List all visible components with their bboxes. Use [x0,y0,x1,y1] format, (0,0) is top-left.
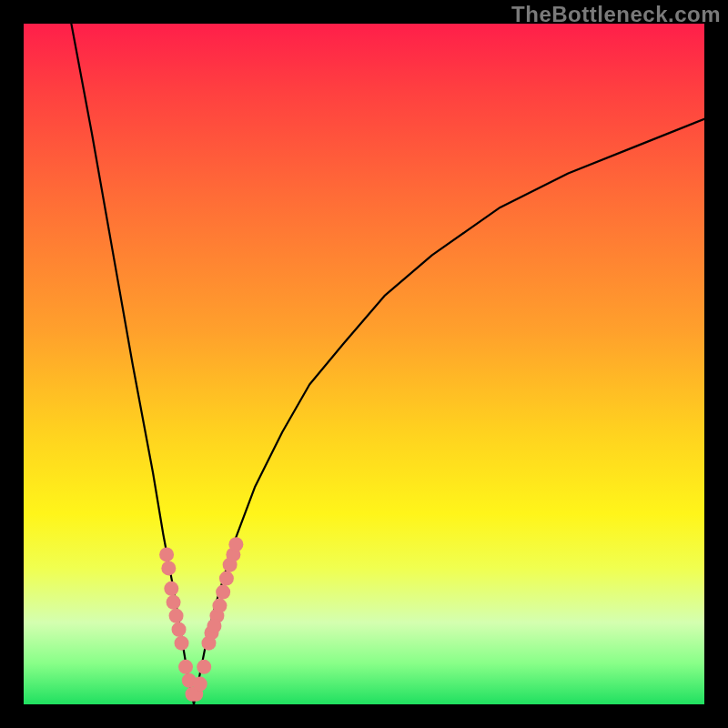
watermark-text: TheBottleneck.com [511,2,721,27]
marker-dot [228,537,243,551]
marker-dot [161,561,176,575]
marker-dot [159,547,174,561]
plot-area [24,24,704,704]
marker-dot [207,619,221,633]
bottleneck-chart-svg [24,24,704,704]
marker-dot [175,636,189,651]
marker-dot [172,622,187,637]
marker-dot [164,581,178,596]
marker-dot [169,609,184,623]
chart-frame: TheBottleneck.com [0,0,728,728]
marker-dot [197,660,211,674]
marker-dot [216,585,230,600]
marker-dot [167,595,181,610]
marker-dot [178,660,193,674]
marker-dot [219,571,234,586]
marker-dot [212,599,227,613]
marker-dot [193,677,207,692]
